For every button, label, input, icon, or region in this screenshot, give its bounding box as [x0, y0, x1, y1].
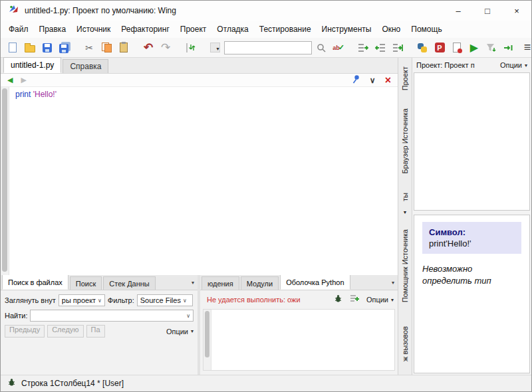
menu-refactor[interactable]: Рефакторинг: [116, 22, 175, 37]
tabstrip-overflow-icon[interactable]: ▼: [403, 210, 408, 215]
previous-button[interactable]: Предыду: [5, 325, 45, 338]
tab-label: untitled-1.py: [11, 60, 54, 70]
filter-icon: [486, 43, 497, 53]
scrollbar-thumb[interactable]: [205, 311, 209, 357]
filter-select[interactable]: Source Files ∨: [137, 294, 193, 306]
search-options-button[interactable]: ▾: [207, 40, 223, 56]
statusbar-text: Строка 1Столбец14 * [User]: [21, 379, 124, 388]
debug-file-button[interactable]: [449, 40, 465, 56]
paste-button[interactable]: [116, 40, 132, 56]
toolbar-menu-button[interactable]: ≡: [519, 40, 532, 56]
pin-icon[interactable]: [351, 74, 360, 86]
tab-search[interactable]: Поиск: [70, 276, 102, 290]
spellcheck-button[interactable]: ab✓: [331, 40, 346, 56]
shell-header: Не удается выполнить: ожи Опции ▾: [200, 290, 398, 308]
debug-filter-button[interactable]: [483, 40, 499, 56]
bug-icon[interactable]: [7, 378, 16, 389]
wing-ide-window: untitled-1.py: Проект по умолчанию: Wing…: [0, 0, 532, 392]
project-options-button[interactable]: Опции ▾: [500, 61, 527, 69]
shell-header-icons: Опции ▾: [334, 294, 394, 306]
packages-button[interactable]: P: [432, 40, 448, 56]
close-editor-icon[interactable]: ×: [385, 74, 391, 86]
save-all-button[interactable]: [57, 40, 72, 56]
code-keyword: print: [15, 90, 31, 99]
toolbar-search-input[interactable]: [224, 41, 312, 54]
find-input[interactable]: [33, 312, 184, 320]
undo-button[interactable]: ↶: [140, 40, 156, 56]
editor-tabbar: untitled-1.py Справка: [1, 58, 398, 74]
maximize-button[interactable]: □: [473, 1, 502, 21]
symbol-label: Символ:: [429, 227, 515, 237]
search-options-button[interactable]: Опции ▾: [166, 328, 194, 336]
editor-scrollbar[interactable]: [1, 87, 9, 275]
outdent-region-icon: [374, 43, 386, 53]
project-tree[interactable]: [414, 72, 530, 211]
indent-region-button[interactable]: [355, 40, 371, 56]
redo-button[interactable]: ↷: [158, 40, 174, 56]
vtab-source-assistant[interactable]: Помощник Источника: [398, 222, 412, 310]
shell-options-button[interactable]: Опции ▾: [366, 296, 394, 304]
copy-button[interactable]: [98, 40, 114, 56]
vtab-project[interactable]: Проект: [398, 59, 412, 98]
menu-source[interactable]: Источник: [71, 22, 116, 37]
menu-project[interactable]: Проект: [175, 22, 212, 37]
save-button[interactable]: [39, 40, 55, 56]
debug-file-icon: [453, 43, 461, 52]
menu-debug[interactable]: Отладка: [211, 22, 253, 37]
python-environment-button[interactable]: [414, 40, 430, 56]
tab-search-in-files[interactable]: Поиск в файлах: [2, 274, 68, 290]
bug-icon[interactable]: [334, 294, 342, 306]
dropdown-icon: ▾: [391, 297, 394, 303]
editor-tab-untitled[interactable]: untitled-1.py: [3, 57, 61, 73]
code-editor[interactable]: print 'Hello!': [1, 87, 398, 275]
vtab-source-browser[interactable]: Браузер Источника: [398, 102, 412, 180]
right-column: Проект: Проект п Опции ▾ Символ: print'H…: [412, 58, 531, 375]
wing-app-icon: [9, 4, 19, 17]
indent-guides-button[interactable]: [182, 40, 198, 56]
menu-edit[interactable]: Правка: [34, 22, 72, 37]
tab-label: Справка: [70, 62, 101, 71]
outdent-region-button[interactable]: [372, 40, 388, 56]
vtab-snippets[interactable]: ты: [398, 185, 412, 208]
shell-scrollbar[interactable]: [203, 310, 211, 370]
source-assistant-panel: Символ: print'Hello!' Невозможно определ…: [414, 215, 530, 373]
new-file-button[interactable]: [5, 40, 21, 56]
run-button[interactable]: ▶: [466, 40, 482, 56]
code-string: 'Hello!': [33, 90, 57, 99]
tab-python-shell[interactable]: Оболочка Python: [280, 275, 350, 290]
execute-region-icon: [392, 43, 404, 53]
indent-region-icon: [357, 43, 369, 53]
step-into-button[interactable]: [501, 40, 517, 56]
scrollbar-thumb[interactable]: [2, 88, 7, 272]
tool-tabstrip: Проект Браузер Источника ты ▼ Помощник И…: [398, 58, 412, 375]
nav-back-icon[interactable]: ◀: [7, 76, 13, 84]
tab-modules[interactable]: Модули: [241, 276, 279, 290]
tab-overflow-icon[interactable]: ▾: [392, 280, 394, 286]
cut-button[interactable]: ✂: [81, 40, 97, 56]
menu-file[interactable]: Файл: [3, 22, 34, 37]
look-in-select[interactable]: ры проекта ∨: [59, 294, 105, 306]
replace-button[interactable]: Па: [86, 325, 105, 338]
close-button[interactable]: ×: [502, 1, 531, 21]
shell-output-area[interactable]: [203, 309, 395, 371]
vtab-call-stack[interactable]: ж вызовов: [398, 314, 412, 373]
menu-window[interactable]: Окно: [376, 22, 406, 37]
tab-overflow-icon[interactable]: ▾: [192, 280, 194, 286]
find-combobox[interactable]: ∨: [30, 310, 194, 322]
chevron-down-icon[interactable]: ∨: [370, 76, 376, 85]
menu-tools[interactable]: Инструменты: [317, 22, 377, 37]
menu-testing[interactable]: Тестирование: [254, 22, 317, 37]
tab-watch[interactable]: юдения: [201, 276, 239, 290]
next-button[interactable]: Следую: [47, 325, 83, 338]
nav-forward-icon[interactable]: ▶: [21, 76, 26, 84]
execute-region-button[interactable]: [390, 40, 406, 56]
editor-tab-help[interactable]: Справка: [63, 59, 108, 73]
menu-help[interactable]: Помощь: [406, 22, 447, 37]
chevron-down-icon: ∨: [98, 298, 102, 304]
navbar-right-icons: ∨ ×: [351, 74, 391, 86]
minimize-button[interactable]: –: [444, 1, 473, 21]
restart-shell-icon[interactable]: [349, 294, 360, 306]
open-file-button[interactable]: [22, 40, 38, 56]
chevron-down-icon: ∨: [186, 313, 190, 319]
tab-stack-data[interactable]: Стек Данны: [103, 276, 155, 290]
